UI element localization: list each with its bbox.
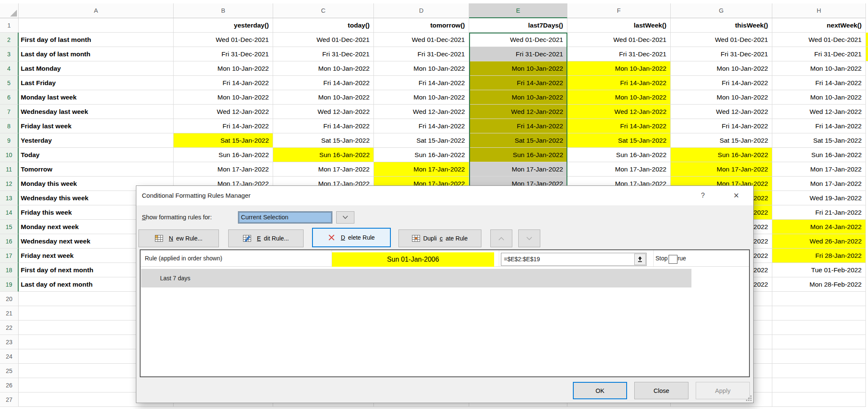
close-button[interactable]: Close (634, 382, 688, 399)
cell-B9[interactable]: Sat 15-Jan-2022 (174, 133, 273, 148)
cell-H10[interactable]: Sun 16-Jan-2022 (772, 148, 866, 162)
row-header-25[interactable]: 25 (0, 364, 19, 378)
row-header-14[interactable]: 14 (0, 205, 19, 220)
cell-C5[interactable]: Fri 14-Jan-2022 (273, 76, 374, 90)
cell-G4[interactable]: Mon 10-Jan-2022 (671, 61, 772, 76)
cell-C10[interactable]: Sun 16-Jan-2022 (273, 148, 374, 162)
cell-A9[interactable]: Yesterday (19, 133, 174, 148)
col-header-C[interactable]: C (273, 3, 374, 18)
cell-H27[interactable] (772, 392, 866, 407)
select-all-corner[interactable] (0, 3, 19, 18)
cell-D1[interactable]: tomorrow() (374, 18, 469, 33)
row-header-13[interactable]: 13 (0, 191, 19, 205)
cell-D7[interactable]: Wed 12-Jan-2022 (374, 105, 469, 119)
row-header-4[interactable]: 4 (0, 61, 19, 76)
row-header-6[interactable]: 6 (0, 90, 19, 105)
cell-C8[interactable]: Fri 14-Jan-2022 (273, 119, 374, 133)
move-rule-up-button[interactable] (490, 229, 512, 247)
cell-B2[interactable]: Wed 01-Dec-2021 (174, 33, 273, 47)
cell-G7[interactable]: Wed 12-Jan-2022 (671, 105, 772, 119)
cell-D9[interactable]: Sat 15-Jan-2022 (374, 133, 469, 148)
col-header-H[interactable]: H (772, 3, 866, 18)
row-header-17[interactable]: 17 (0, 249, 19, 263)
row-header-27[interactable]: 27 (0, 392, 19, 407)
cell-F9[interactable]: Sat 15-Jan-2022 (567, 133, 671, 148)
move-rule-down-button[interactable] (518, 229, 540, 247)
cell-B3[interactable]: Fri 31-Dec-2021 (174, 47, 273, 61)
cell-G3[interactable]: Fri 31-Dec-2021 (671, 47, 772, 61)
cell-H2[interactable]: Wed 01-Dec-2021 (772, 33, 866, 47)
resize-grip[interactable] (746, 395, 752, 401)
cell-E9[interactable]: Sat 15-Jan-2022 (469, 133, 567, 148)
cell-B1[interactable]: yesterday() (174, 18, 273, 33)
cell-B5[interactable]: Fri 14-Jan-2022 (174, 76, 273, 90)
cell-D8[interactable]: Fri 14-Jan-2022 (374, 119, 469, 133)
cell-G1[interactable]: thisWeek() (671, 18, 772, 33)
edit-rule-button[interactable]: Edit Rule... (228, 229, 304, 247)
cell-D4[interactable]: Mon 10-Jan-2022 (374, 61, 469, 76)
cell-H7[interactable]: Wed 12-Jan-2022 (772, 105, 866, 119)
rules-scope-dropdown-arrow[interactable] (336, 211, 354, 224)
range-picker-button[interactable] (634, 254, 646, 265)
row-header-23[interactable]: 23 (0, 335, 19, 349)
cell-F8[interactable]: Fri 14-Jan-2022 (567, 119, 671, 133)
cell-G11[interactable]: Mon 17-Jan-2022 (671, 162, 772, 177)
cell-G2[interactable]: Wed 01-Dec-2021 (671, 33, 772, 47)
cell-D3[interactable]: Fri 31-Dec-2021 (374, 47, 469, 61)
cell-C2[interactable]: Wed 01-Dec-2021 (273, 33, 374, 47)
cell-D5[interactable]: Fri 14-Jan-2022 (374, 76, 469, 90)
cell-F11[interactable]: Mon 17-Jan-2022 (567, 162, 671, 177)
cell-F10[interactable]: Sun 16-Jan-2022 (567, 148, 671, 162)
row-header-18[interactable]: 18 (0, 263, 19, 277)
cell-G9[interactable]: Sat 15-Jan-2022 (671, 133, 772, 148)
row-header-15[interactable]: 15 (0, 220, 19, 234)
cell-C4[interactable]: Mon 10-Jan-2022 (273, 61, 374, 76)
cell-H11[interactable]: Mon 17-Jan-2022 (772, 162, 866, 177)
cell-A5[interactable]: Last Friday (19, 76, 174, 90)
row-header-3[interactable]: 3 (0, 47, 19, 61)
cell-B10[interactable]: Sun 16-Jan-2022 (174, 148, 273, 162)
row-header-21[interactable]: 21 (0, 306, 19, 321)
cell-A11[interactable]: Tomorrow (19, 162, 174, 177)
stop-if-true-checkbox[interactable] (669, 255, 677, 264)
row-header-16[interactable]: 16 (0, 234, 19, 249)
cell-I3-sliver[interactable] (866, 47, 868, 61)
col-header-A[interactable]: A (19, 3, 174, 18)
close-icon[interactable]: × (727, 186, 746, 205)
row-header-9[interactable]: 9 (0, 133, 19, 148)
cell-A2[interactable]: First day of last month (19, 33, 174, 47)
cell-A4[interactable]: Last Monday (19, 61, 174, 76)
cell-H23[interactable] (772, 335, 866, 349)
cell-H26[interactable] (772, 378, 866, 392)
col-header-E[interactable]: E (469, 3, 567, 18)
cell-E6[interactable]: Mon 10-Jan-2022 (469, 90, 567, 105)
cell-H12[interactable]: Mon 17-Jan-2022 (772, 177, 866, 191)
help-icon[interactable]: ? (694, 186, 712, 205)
col-header-D[interactable]: D (374, 3, 469, 18)
cell-E2[interactable]: Wed 01-Dec-2021 (469, 33, 567, 47)
row-header-2[interactable]: 2 (0, 33, 19, 47)
cell-B8[interactable]: Fri 14-Jan-2022 (174, 119, 273, 133)
cell-E7[interactable]: Wed 12-Jan-2022 (469, 105, 567, 119)
apply-button[interactable]: Apply (696, 382, 750, 399)
cell-B4[interactable]: Mon 10-Jan-2022 (174, 61, 273, 76)
rule-row-last-7-days[interactable]: Last 7 days (141, 269, 691, 287)
cell-H6[interactable]: Mon 10-Jan-2022 (772, 90, 866, 105)
cell-H21[interactable] (772, 306, 866, 321)
cell-H8[interactable]: Fri 14-Jan-2022 (772, 119, 866, 133)
row-header-12[interactable]: 12 (0, 177, 19, 191)
row-header-20[interactable]: 20 (0, 292, 19, 306)
cell-H25[interactable] (772, 364, 866, 378)
row-header-24[interactable]: 24 (0, 349, 19, 364)
cell-H9[interactable]: Sat 15-Jan-2022 (772, 133, 866, 148)
cell-A8[interactable]: Friday last week (19, 119, 174, 133)
cell-G8[interactable]: Fri 14-Jan-2022 (671, 119, 772, 133)
cell-H5[interactable]: Fri 14-Jan-2022 (772, 76, 866, 90)
cell-C11[interactable]: Mon 17-Jan-2022 (273, 162, 374, 177)
cell-F4[interactable]: Mon 10-Jan-2022 (567, 61, 671, 76)
row-header-22[interactable]: 22 (0, 321, 19, 335)
cell-C6[interactable]: Mon 10-Jan-2022 (273, 90, 374, 105)
rules-scope-dropdown[interactable]: Current Selection (238, 211, 332, 224)
cell-A6[interactable]: Monday last week (19, 90, 174, 105)
cell-F3[interactable]: Fri 31-Dec-2021 (567, 47, 671, 61)
